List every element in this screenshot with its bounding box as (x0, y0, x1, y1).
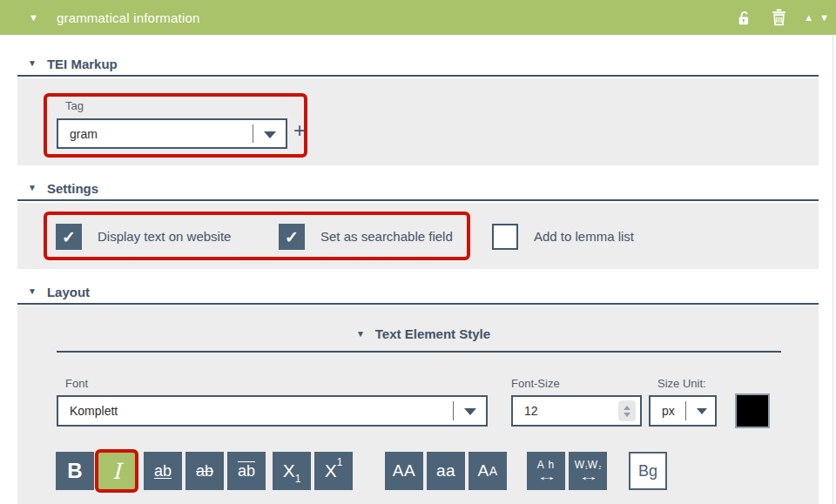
layout-panel: ▼ Text Element Style Font Komplett Font-… (17, 306, 819, 504)
italic-label: I (112, 459, 121, 484)
capitalize-second: A (489, 464, 498, 478)
capitalize-button[interactable]: AA (469, 452, 507, 490)
bold-label: B (67, 459, 82, 483)
font-select[interactable]: Komplett (57, 395, 488, 427)
letter-spacing-button[interactable]: A h ↔ (527, 452, 565, 490)
number-spinner[interactable] (618, 400, 636, 421)
word-spacing-label: W₁W₂ (575, 460, 601, 470)
horizontal-arrow-icon: ↔ (577, 471, 599, 482)
subscript-button[interactable]: X 1 (273, 452, 311, 490)
uppercase-button[interactable]: AA (385, 452, 423, 490)
unlock-icon[interactable] (737, 10, 752, 26)
letter-spacing-label: A h (537, 460, 555, 470)
checkbox-label: Display text on website (98, 224, 231, 250)
lowercase-button[interactable]: aa (427, 452, 465, 490)
section-title: Text Element Style (375, 326, 490, 341)
section-layout-header[interactable]: ▼ Layout (17, 280, 819, 305)
superscript-digit: 1 (337, 456, 343, 468)
move-down-icon[interactable]: ▼ (819, 12, 829, 23)
superscript-base: X (325, 460, 337, 481)
collapse-section-icon[interactable]: ▼ (28, 287, 37, 296)
font-size-label: Font-Size (511, 377, 560, 390)
font-label: Font (65, 377, 88, 390)
titlebar: ▼ grammatical information (0, 0, 836, 35)
window-edge (833, 35, 833, 504)
section-divider (57, 351, 781, 353)
capitalize-first: A (477, 461, 489, 480)
select-divider (685, 401, 686, 420)
section-title: TEI Markup (47, 57, 118, 71)
font-size-input[interactable]: 12 (511, 395, 642, 427)
select-divider (253, 124, 253, 144)
section-title: Settings (47, 181, 98, 196)
size-unit-select[interactable]: px (649, 395, 717, 427)
checkbox-set-as-searchable-field[interactable]: ✓ (279, 224, 305, 250)
subscript-digit: 1 (295, 473, 301, 485)
check-icon: ✓ (285, 227, 299, 247)
section-settings-header[interactable]: ▼ Settings (17, 177, 819, 201)
section-tei-markup-header[interactable]: ▼ TEI Markup (17, 52, 819, 77)
spinner-up-icon[interactable] (624, 406, 630, 410)
select-divider (453, 401, 454, 420)
collapse-section-icon[interactable]: ▼ (28, 59, 37, 68)
underline-button[interactable]: ab (144, 452, 182, 490)
panel-title: grammatical information (57, 10, 200, 25)
font-select-value: Komplett (70, 404, 118, 418)
tag-select[interactable]: gram (57, 118, 287, 149)
overline-button[interactable]: ab (227, 452, 266, 490)
move-up-icon[interactable]: ▲ (804, 12, 813, 23)
overline-label: ab (238, 462, 255, 480)
settings-panel: ✓ Display text on website ✓ Set as searc… (17, 203, 819, 269)
strikethrough-label: ab (196, 462, 213, 480)
lowercase-label: aa (436, 461, 455, 480)
spinner-down-icon[interactable] (624, 413, 630, 417)
collapse-section-icon[interactable]: ▼ (356, 330, 365, 339)
collapse-panel-icon[interactable]: ▼ (29, 13, 38, 23)
underline-label: ab (154, 462, 172, 480)
text-element-style-header[interactable]: ▼ Text Element Style (17, 326, 819, 341)
color-swatch[interactable] (735, 393, 770, 428)
strikethrough-button[interactable]: ab (185, 452, 224, 490)
uppercase-label: AA (393, 461, 415, 480)
superscript-button[interactable]: X 1 (314, 452, 353, 490)
background-label: Bg (638, 462, 657, 480)
tag-label: Tag (65, 99, 84, 112)
trash-icon[interactable] (772, 9, 786, 26)
word-spacing-button[interactable]: W₁W₂ ↔ (569, 452, 607, 490)
check-icon: ✓ (62, 227, 76, 247)
tag-select-value: gram (70, 127, 98, 141)
grammatical-information-panel: ▼ grammatical information (0, 0, 836, 504)
bold-button[interactable]: B (56, 452, 94, 490)
background-color-button[interactable]: Bg (629, 452, 667, 490)
italic-button[interactable]: I (98, 452, 136, 490)
checkbox-label: Add to lemma list (534, 224, 634, 250)
size-unit-value: px (662, 404, 675, 418)
checkbox-display-text-on-website[interactable]: ✓ (56, 224, 82, 250)
checkbox-label: Set as searchable field (320, 224, 453, 250)
dropdown-arrow-icon (464, 408, 476, 415)
subscript-base: X (283, 460, 295, 481)
section-title: Layout (47, 285, 90, 299)
collapse-section-icon[interactable]: ▼ (28, 184, 37, 192)
horizontal-arrow-icon: ↔ (536, 471, 557, 482)
add-tag-button[interactable]: + (293, 120, 306, 141)
checkbox-add-to-lemma-list[interactable] (492, 224, 518, 250)
dropdown-arrow-icon (264, 131, 276, 138)
dropdown-arrow-icon (697, 408, 707, 414)
titlebar-actions: ▲ ▼ (737, 0, 831, 35)
size-unit-label: Size Unit: (657, 377, 706, 390)
tei-markup-panel: Tag gram + (17, 78, 819, 165)
font-size-value: 12 (524, 397, 538, 425)
